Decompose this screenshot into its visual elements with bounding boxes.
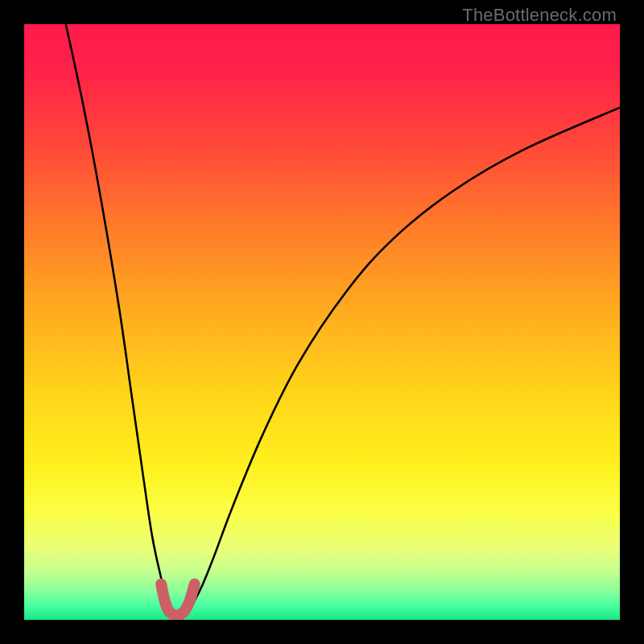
plot-area	[24, 24, 620, 620]
curve-right-branch	[188, 108, 621, 611]
chart-frame: TheBottleneck.com	[0, 0, 644, 644]
curve-valley-highlight	[161, 584, 194, 616]
watermark-text: TheBottleneck.com	[462, 5, 617, 26]
curve-left-branch	[66, 24, 171, 611]
chart-curves	[24, 24, 620, 620]
